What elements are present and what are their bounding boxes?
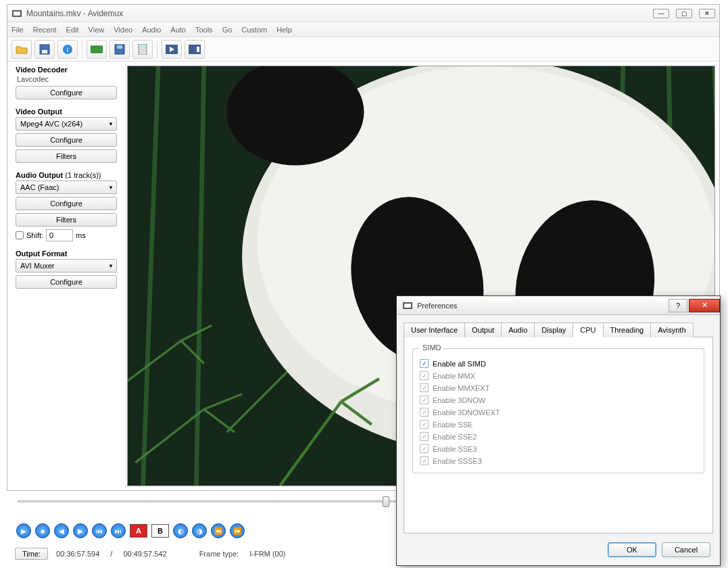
simd-option-label: Enable SSE2 [433, 433, 477, 441]
audio-shift-spinner[interactable]: 0 [46, 229, 73, 241]
menu-view[interactable]: View [89, 26, 105, 34]
tab-avisynth[interactable]: Avisynth [650, 323, 693, 337]
minimize-button[interactable]: — [653, 9, 669, 18]
tab-output[interactable]: Output [464, 323, 502, 337]
goto-marker-b-button[interactable]: ◑ [192, 523, 207, 538]
audio-output-title-text: Audio Output [16, 171, 63, 179]
svg-rect-3 [42, 50, 47, 53]
audio-shift-row: Shift: 0 ms [16, 229, 118, 241]
time-bar: Time: 00:36:57.594 / 00:49:57.542 Frame … [15, 548, 288, 560]
menu-audio[interactable]: Audio [142, 26, 161, 34]
time-current[interactable]: 00:36:57.594 [53, 548, 102, 559]
time-total: 00:49:57.542 [120, 548, 169, 559]
prev-black-button[interactable]: ⏪ [211, 523, 226, 538]
ok-button[interactable]: OK [608, 542, 656, 557]
cancel-button[interactable]: Cancel [662, 542, 710, 557]
menu-tools[interactable]: Tools [195, 26, 213, 34]
calculator-icon[interactable] [132, 40, 153, 59]
menu-recent[interactable]: Recent [33, 26, 57, 34]
simd-option-label: Enable SSE3 [433, 445, 477, 453]
menu-auto[interactable]: Auto [170, 26, 186, 34]
tab-threading[interactable]: Threading [603, 323, 652, 337]
preferences-title: Preferences [417, 302, 669, 310]
help-button[interactable]: ? [669, 299, 687, 312]
audio-output-trackinfo: (1 track(s)) [65, 171, 101, 179]
svg-rect-1 [14, 11, 20, 16]
checkbox-icon: ✓ [420, 408, 429, 417]
save-video-icon[interactable] [110, 40, 130, 59]
video-decoder-title: Video Decoder [16, 66, 118, 74]
video-output-filters-button[interactable]: Filters [16, 149, 117, 163]
next-frame-button[interactable]: ▶ [73, 523, 88, 538]
checkbox-icon: ✓ [420, 444, 429, 453]
checkbox-icon: ✓ [420, 383, 429, 392]
audio-shift-label: Shift: [26, 231, 43, 239]
set-marker-b-button[interactable]: B [151, 524, 169, 538]
output-format-configure-button[interactable]: Configure [16, 275, 117, 289]
tab-panel-cpu: SIMD ✓Enable all SIMD✓Enable MMX✓Enable … [404, 337, 713, 534]
audio-output-select[interactable]: AAC (Faac) ▼ [16, 181, 117, 194]
play-output-icon[interactable] [185, 40, 205, 59]
close-button[interactable]: ✕ [699, 9, 715, 18]
audio-output-title: Audio Output (1 track(s)) [16, 171, 118, 179]
menu-go[interactable]: Go [222, 26, 233, 34]
stop-button[interactable]: ■ [35, 523, 50, 538]
svg-rect-14 [197, 47, 199, 52]
tab-display[interactable]: Display [534, 323, 573, 337]
tab-audio[interactable]: Audio [501, 323, 535, 337]
transport-controls: ▶ ■ ◀ ▶ ⏮ ⏭ A B ◐ ◑ ⏪ ⏩ [16, 523, 245, 538]
time-label: Time: [15, 548, 48, 560]
video-decoder-codec: Lavcodec [16, 75, 118, 83]
audio-shift-value: 0 [49, 231, 53, 239]
video-output-value: Mpeg4 AVC (x264) [20, 120, 82, 128]
play-button[interactable]: ▶ [16, 523, 31, 538]
info-icon[interactable]: i [57, 40, 78, 59]
audio-shift-unit: ms [76, 231, 86, 239]
tab-cpu[interactable]: CPU [573, 323, 603, 337]
simd-option-row: ✓Enable MMXEXT [420, 383, 697, 392]
next-keyframe-button[interactable]: ⏭ [111, 523, 126, 538]
video-output-title: Video Output [16, 108, 118, 116]
audio-output-configure-button[interactable]: Configure [16, 197, 117, 210]
preferences-titlebar: Preferences ? ✕ [397, 296, 720, 315]
open-video-icon[interactable] [87, 40, 107, 59]
video-output-select[interactable]: Mpeg4 AVC (x264) ▼ [16, 117, 117, 131]
menu-edit[interactable]: Edit [66, 26, 79, 34]
output-format-value: AVI Muxer [20, 262, 55, 270]
time-separator: / [107, 548, 115, 559]
goto-marker-a-button[interactable]: ◐ [173, 523, 188, 538]
menu-custom[interactable]: Custom [241, 26, 267, 34]
dialog-close-button[interactable]: ✕ [689, 299, 720, 312]
checkbox-icon[interactable]: ✓ [420, 359, 429, 368]
svg-rect-8 [117, 45, 122, 49]
video-decoder-configure-button[interactable]: Configure [16, 86, 117, 99]
simd-option-label: Enable MMX [433, 372, 475, 380]
menu-file[interactable]: File [11, 26, 24, 34]
sidebar: Video Decoder Lavcodec Configure Video O… [7, 62, 126, 490]
preferences-footer: OK Cancel [608, 542, 710, 557]
slider-thumb[interactable] [383, 496, 389, 507]
video-output-configure-button[interactable]: Configure [16, 133, 117, 147]
next-black-button[interactable]: ⏩ [230, 523, 245, 538]
audio-output-filters-button[interactable]: Filters [16, 213, 117, 227]
set-marker-a-button[interactable]: A [130, 524, 147, 538]
tab-user-interface[interactable]: User Interface [404, 323, 465, 337]
output-format-select[interactable]: AVI Muxer ▼ [16, 259, 117, 273]
prev-keyframe-button[interactable]: ⏮ [92, 523, 107, 538]
group-output-format: Output Format AVI Muxer ▼ Configure [16, 250, 118, 289]
checkbox-icon: ✓ [420, 432, 429, 441]
menu-video[interactable]: Video [114, 26, 132, 34]
play-filtered-icon[interactable] [162, 40, 182, 59]
save-icon[interactable] [34, 40, 55, 59]
simd-option-row[interactable]: ✓Enable all SIMD [420, 359, 697, 368]
checkbox-icon: ✓ [420, 371, 429, 380]
group-video-decoder: Video Decoder Lavcodec Configure [16, 66, 118, 99]
open-icon[interactable] [11, 40, 32, 59]
audio-shift-checkbox[interactable] [16, 231, 24, 239]
chevron-down-icon: ▼ [108, 185, 114, 191]
svg-rect-29 [404, 304, 411, 308]
maximize-button[interactable]: ▢ [676, 9, 692, 18]
menu-help[interactable]: Help [276, 26, 292, 34]
prev-frame-button[interactable]: ◀ [54, 523, 69, 538]
simd-option-label: Enable 3DNOW [433, 396, 485, 404]
